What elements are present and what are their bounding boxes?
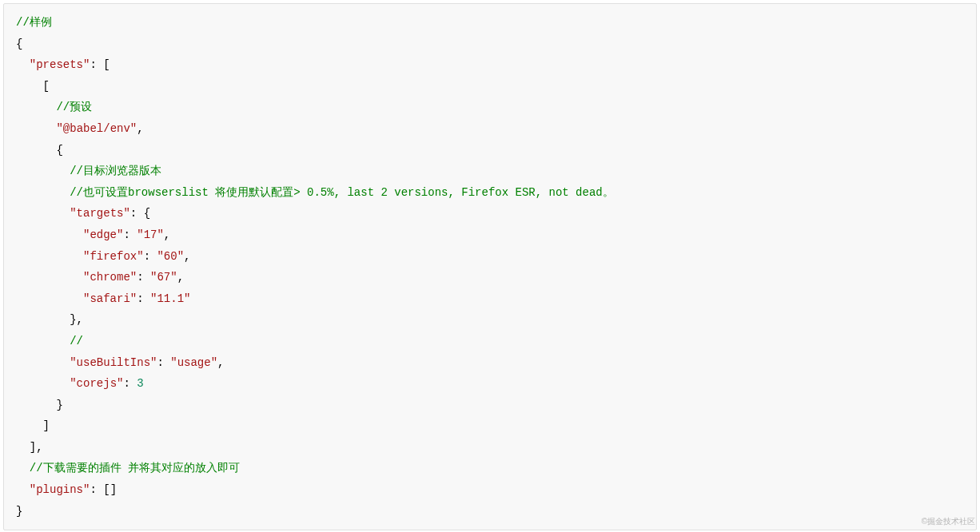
code-token: "17" — [137, 228, 164, 241]
code-line: "corejs": 3 — [16, 377, 144, 390]
code-token: }, — [70, 313, 83, 326]
code-token: "corejs" — [70, 377, 123, 390]
code-line: //样例 — [16, 16, 52, 29]
code-token: : — [123, 228, 137, 241]
code-line: "targets": { — [16, 207, 150, 220]
code-line: { — [16, 144, 63, 157]
code-token: { — [16, 38, 22, 50]
code-token: "chrome" — [83, 271, 137, 284]
code-token: : [ — [90, 58, 110, 71]
code-token: "67" — [150, 271, 177, 284]
code-line: ] — [16, 419, 50, 432]
code-token: : [] — [90, 483, 117, 496]
code-line: }, — [16, 313, 83, 326]
code-line: //预设 — [16, 101, 92, 113]
code-token: ], — [30, 441, 43, 454]
code-token: , — [164, 228, 170, 241]
code-token: { — [56, 144, 62, 157]
code-line: "edge": "17", — [16, 228, 170, 241]
code-token: : — [137, 292, 150, 305]
code-line: "chrome": "67", — [16, 271, 184, 284]
code-token: } — [56, 399, 62, 411]
code-token: ] — [43, 419, 50, 432]
code-token: //目标浏览器版本 — [70, 165, 161, 177]
code-token: : — [157, 356, 170, 369]
code-token: //预设 — [56, 101, 92, 113]
code-token: [ — [43, 80, 50, 93]
code-token: "presets" — [30, 58, 90, 71]
code-token: } — [16, 505, 22, 518]
code-line: } — [16, 399, 63, 411]
code-token: "safari" — [83, 292, 137, 305]
code-line: //目标浏览器版本 — [16, 165, 161, 177]
code-token: : { — [130, 207, 150, 220]
code-line: [ — [16, 80, 50, 93]
code-line: "useBuiltIns": "usage", — [16, 356, 224, 369]
code-line: ], — [16, 441, 43, 454]
code-token: "usage" — [170, 356, 217, 369]
code-line: "safari": "11.1" — [16, 292, 190, 305]
code-line: "@babel/env", — [16, 122, 144, 135]
code-token: , — [217, 356, 224, 369]
code-line: "firefox": "60", — [16, 250, 190, 263]
code-line: "plugins": [] — [16, 483, 117, 496]
code-token: : — [137, 271, 150, 284]
code-token: , — [177, 271, 184, 284]
code-token: "useBuiltIns" — [70, 356, 157, 369]
code-token: "plugins" — [30, 483, 90, 496]
code-token: "60" — [157, 250, 184, 263]
code-token: //也可设置browserslist 将使用默认配置> 0.5%, last 2… — [70, 186, 613, 199]
code-line: } — [16, 505, 22, 518]
code-token: "firefox" — [83, 250, 144, 263]
code-line: "presets": [ — [16, 58, 110, 71]
code-token: , — [137, 122, 143, 135]
code-token: , — [184, 250, 190, 263]
code-line: //下载需要的插件 并将其对应的放入即可 — [16, 462, 240, 474]
code-token: "edge" — [83, 228, 123, 241]
code-token: "@babel/env" — [56, 122, 137, 135]
code-block: //样例 { "presets": [ [ //预设 "@babel/env",… — [3, 3, 977, 530]
code-token: 3 — [137, 377, 143, 390]
code-token: : — [123, 377, 137, 390]
code-line: // — [16, 335, 83, 347]
code-line: { — [16, 38, 22, 50]
code-token: //样例 — [16, 16, 52, 29]
code-line: //也可设置browserslist 将使用默认配置> 0.5%, last 2… — [16, 186, 614, 199]
code-token: //下载需要的插件 并将其对应的放入即可 — [30, 462, 240, 474]
code-token: "11.1" — [150, 292, 190, 305]
code-token: // — [70, 335, 83, 347]
code-token: : — [144, 250, 157, 263]
code-token: "targets" — [70, 207, 130, 220]
